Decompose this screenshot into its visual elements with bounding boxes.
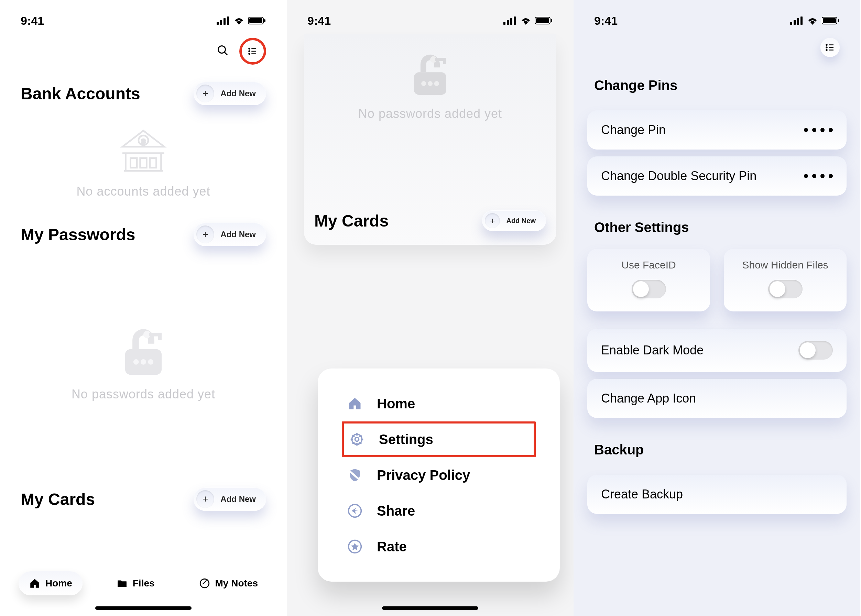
section-change-pins: Change Pins [573,61,860,104]
svg-rect-58 [801,17,803,25]
wifi-icon [520,17,532,25]
svg-point-9 [249,48,250,49]
setting-label: Enable Dark Mode [601,343,704,357]
gear-icon [347,430,367,449]
create-backup-button[interactable]: Create Backup [587,475,847,514]
section-title: My Passwords [20,225,135,244]
svg-line-8 [225,52,228,55]
svg-rect-5 [249,18,262,23]
svg-rect-32 [514,17,516,25]
svg-rect-42 [443,58,446,64]
empty-message: No accounts added yet [76,184,210,199]
svg-rect-26 [158,333,162,340]
menu-label: Share [377,503,415,519]
screen-settings: 9:41 Change Pins Change Pin Change Doubl… [573,0,860,616]
svg-rect-19 [150,158,156,168]
dark-mode-toggle[interactable] [798,341,833,360]
svg-rect-17 [131,158,137,168]
status-time: 9:41 [307,14,331,27]
menu-panel: Home Settings Privacy Policy Share Rate [318,369,560,581]
tab-label: Files [133,578,155,589]
list-icon [247,46,258,57]
empty-message: No passwords added yet [71,387,215,401]
svg-point-39 [434,81,439,86]
empty-message: No passwords added yet [358,107,502,121]
svg-text:$: $ [142,138,145,145]
setting-label: Use FaceID [621,259,676,271]
status-icons [790,17,840,25]
add-label: Add New [220,229,256,239]
menu-label: Home [377,396,415,412]
setting-label: Change Pin [601,123,666,137]
battery-icon [248,17,266,25]
change-app-icon-button[interactable]: Change App Icon [587,379,847,418]
svg-rect-57 [797,18,799,25]
folder-icon [116,577,128,589]
menu-button[interactable] [820,38,840,57]
padlock-icon [405,48,456,100]
status-time: 9:41 [20,14,44,27]
svg-rect-60 [823,18,836,23]
menu-home[interactable]: Home [342,386,536,421]
search-button[interactable] [217,44,229,58]
setting-label: Show Hidden Files [742,259,828,271]
setting-label: Create Backup [601,487,683,501]
add-bank-account-button[interactable]: + Add New [194,82,266,105]
empty-bank-accounts: $ No accounts added yet [0,112,287,216]
status-icons [504,17,553,25]
svg-rect-34 [536,18,549,23]
setting-label: Change Double Security Pin [601,169,757,183]
home-indicator [95,607,192,610]
bank-icon: $ [118,126,169,178]
menu-share[interactable]: Share [342,493,536,529]
menu-button[interactable] [243,42,262,61]
battery-icon [822,17,840,25]
plus-icon: + [485,213,500,228]
menu-rate[interactable]: Rate [342,529,536,564]
tab-notes[interactable]: My Notes [189,571,268,596]
svg-point-37 [421,81,426,86]
menu-label: Privacy Policy [377,467,470,483]
signal-icon [217,17,230,25]
plus-icon: + [196,225,214,244]
pin-dots-icon [804,128,833,132]
svg-point-7 [218,46,225,53]
status-time: 9:41 [594,14,617,27]
passwords-card: No passwords added yet My Cards + Add Ne… [304,35,556,245]
home-icon [345,394,365,413]
add-card-button[interactable]: + Add New [194,487,266,511]
faceid-toggle[interactable] [632,280,666,299]
section-title: My Cards [314,211,389,230]
svg-rect-3 [227,17,229,25]
plus-icon: + [196,85,214,102]
change-double-pin-button[interactable]: Change Double Security Pin [587,156,847,196]
svg-rect-30 [507,20,509,25]
add-card-button[interactable]: + Add New [482,211,546,231]
toolbar [573,31,860,61]
menu-privacy[interactable]: Privacy Policy [342,457,536,493]
signal-icon [790,17,803,25]
status-icons [217,17,266,25]
svg-rect-35 [551,19,552,22]
battery-icon [535,17,553,25]
hidden-files-toggle[interactable] [768,280,803,299]
svg-rect-61 [837,19,839,22]
tab-files[interactable]: Files [106,571,165,596]
screen-home: 9:41 Bank Accounts + Add New [0,0,287,616]
section-cards: My Cards + Add New [314,207,546,231]
highlight-menu-button [239,38,266,64]
status-bar: 9:41 [0,0,287,31]
status-bar: 9:41 [573,0,860,31]
menu-settings[interactable]: Settings [342,421,536,457]
list-icon [825,42,835,53]
tab-label: Home [46,578,72,589]
home-icon [29,577,41,589]
svg-point-22 [141,359,146,365]
change-pin-button[interactable]: Change Pin [587,110,847,149]
svg-point-38 [428,81,433,86]
add-password-button[interactable]: + Add New [194,223,266,246]
search-icon [217,44,229,57]
section-title: My Cards [20,490,95,509]
wifi-icon [807,17,819,25]
tab-home[interactable]: Home [19,571,82,596]
